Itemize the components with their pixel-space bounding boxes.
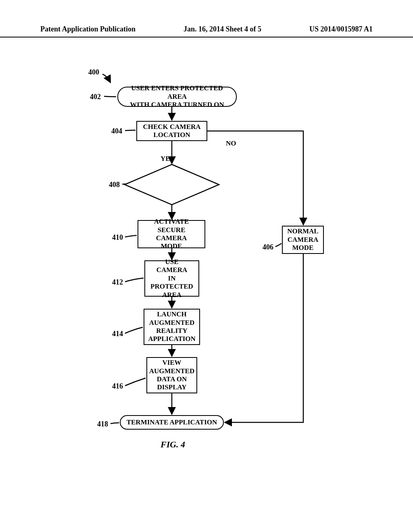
label-no: NO bbox=[226, 139, 236, 148]
ref-410: 410 bbox=[112, 233, 123, 242]
node-normal-mode: NORMAL CAMERA MODE bbox=[282, 226, 324, 254]
ref-402: 402 bbox=[90, 93, 101, 101]
node-use-camera: USE CAMERA IN PROTECTED AREA bbox=[144, 260, 199, 297]
norm-l3: MODE bbox=[292, 244, 314, 251]
ar-l2: AUGMENTED bbox=[149, 319, 194, 326]
ref-416: 416 bbox=[112, 382, 123, 391]
terminate-text: TERMINATE APPLICATION bbox=[127, 418, 217, 426]
node-start: USER ENTERS PROTECTED AREA WITH CAMERA T… bbox=[117, 87, 237, 107]
norm-l2: CAMERA bbox=[288, 236, 319, 243]
ref-412: 412 bbox=[112, 278, 123, 287]
act-l2: SECURE CAMERA bbox=[156, 226, 187, 242]
act-l1: ACTIVATE bbox=[154, 218, 189, 225]
node-view-display: VIEW AUGMENTED DATA ON DISPLAY bbox=[146, 357, 197, 393]
ar-l3: REALITY bbox=[156, 327, 187, 335]
header-right: US 2014/0015987 A1 bbox=[309, 25, 373, 33]
node-start-line2: WITH CAMERA TURNED ON bbox=[130, 101, 224, 108]
ar-l1: LAUNCH bbox=[157, 310, 187, 318]
node-check-location-l2: LOCATION bbox=[153, 131, 190, 139]
node-activate-secure: ACTIVATE SECURE CAMERA MODE bbox=[138, 220, 205, 248]
act-l3: MODE bbox=[161, 242, 182, 250]
ref-404: 404 bbox=[111, 127, 122, 135]
ref-414: 414 bbox=[112, 330, 123, 338]
page-header: Patent Application Publication Jan. 16, … bbox=[0, 25, 413, 37]
ref-400: 400 bbox=[88, 68, 99, 77]
use-l1: USE CAMERA bbox=[156, 258, 188, 274]
node-check-policy-text: CHECK POLICY bbox=[145, 181, 199, 189]
use-l3: PROTECTED bbox=[150, 283, 193, 290]
node-check-location: CHECK CAMERA LOCATION bbox=[136, 121, 207, 141]
view-l2: AUGMENTED bbox=[149, 367, 194, 375]
ref-406: 406 bbox=[263, 243, 273, 251]
figure-caption: FIG. 4 bbox=[161, 439, 185, 450]
node-start-line1: USER ENTERS PROTECTED AREA bbox=[131, 84, 223, 100]
node-launch-ar: LAUNCH AUGMENTED REALITY APPLICATION bbox=[144, 309, 200, 345]
header-center: Jan. 16, 2014 Sheet 4 of 5 bbox=[184, 25, 261, 33]
label-yes: YES bbox=[161, 155, 174, 163]
node-terminate: TERMINATE APPLICATION bbox=[120, 415, 224, 430]
view-l4: DISPLAY bbox=[157, 383, 186, 391]
view-l3: DATA ON bbox=[157, 375, 187, 383]
flowchart: 400 402 404 406 408 410 412 414 416 418 … bbox=[0, 64, 413, 508]
use-l2: IN bbox=[168, 274, 176, 282]
use-l4: AREA bbox=[162, 291, 181, 299]
header-left: Patent Application Publication bbox=[40, 25, 136, 33]
view-l1: VIEW bbox=[162, 359, 181, 366]
ref-408: 408 bbox=[109, 181, 120, 189]
ref-418: 418 bbox=[97, 420, 108, 428]
ar-l4: APPLICATION bbox=[148, 335, 196, 343]
norm-l1: NORMAL bbox=[287, 227, 318, 235]
node-check-location-l1: CHECK CAMERA bbox=[143, 123, 200, 131]
